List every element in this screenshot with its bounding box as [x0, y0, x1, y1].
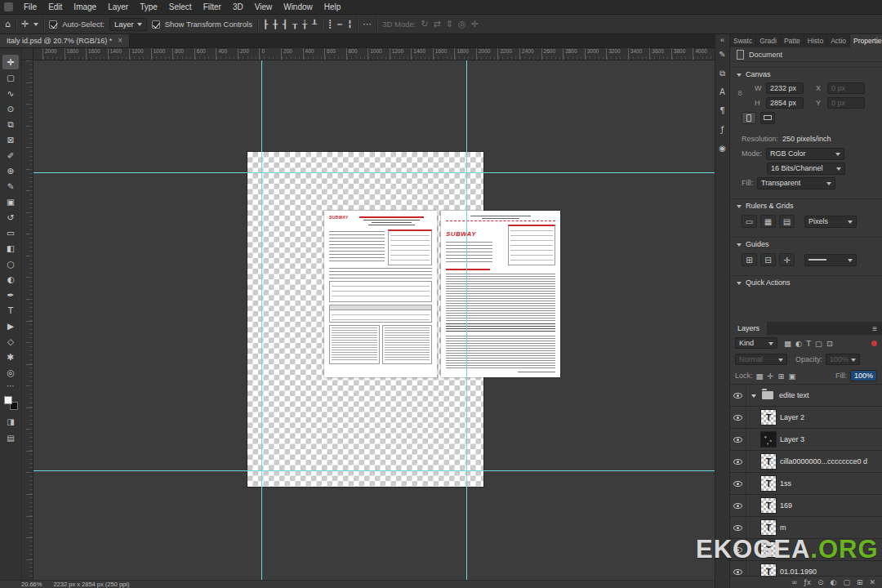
brush-settings-panel-icon[interactable]: ✎: [719, 51, 725, 59]
tab-gradients[interactable]: Gradi: [756, 34, 781, 47]
foreground-color-swatch[interactable]: [4, 396, 12, 404]
layer-thumbnail[interactable]: [761, 498, 776, 513]
ruler-corner[interactable]: [22, 48, 33, 60]
character-panel-icon[interactable]: A: [719, 88, 725, 96]
layer-thumbnail[interactable]: [762, 391, 773, 399]
link-layers-icon[interactable]: ∞: [791, 579, 798, 586]
align-bottom-icon[interactable]: ┸: [312, 20, 317, 29]
distribute-v-icon[interactable]: ┉: [337, 20, 342, 29]
filter-shape-icon[interactable]: ▢: [815, 339, 822, 348]
document-tab[interactable]: Italy id.psd @ 20.7% (RGB/16) * ×: [0, 34, 130, 47]
auto-select-checkbox[interactable]: [49, 20, 57, 29]
layers-tab[interactable]: Layers: [730, 322, 767, 335]
eraser-tool[interactable]: ▭: [2, 225, 19, 240]
layer-row[interactable]: Layer 3: [730, 429, 882, 451]
quick-selection-tool[interactable]: ⊙: [2, 101, 19, 116]
show-transform-checkbox[interactable]: [152, 20, 160, 29]
adjustment-layer-icon[interactable]: ◐: [831, 579, 837, 586]
bit-depth-dropdown[interactable]: 16 Bits/Channel: [767, 163, 845, 175]
guide-layout-icon[interactable]: ✛: [779, 253, 795, 266]
clone-stamp-tool[interactable]: ▣: [2, 194, 19, 209]
rulers-grids-header[interactable]: Rulers & Grids: [730, 199, 882, 212]
zoom-tool[interactable]: ◎: [2, 365, 19, 380]
opacity-dropdown[interactable]: 100%: [826, 354, 860, 365]
lock-all-icon[interactable]: ▣: [788, 372, 795, 381]
lock-transparency-icon[interactable]: ▦: [756, 372, 764, 381]
dodge-tool[interactable]: ◐: [2, 272, 19, 287]
lock-artboard-icon[interactable]: ⊞: [777, 372, 784, 381]
align-right-icon[interactable]: ┨: [283, 20, 287, 29]
layer-thumbnail[interactable]: [761, 476, 776, 491]
constrain-proportions-icon[interactable]: 8: [737, 89, 743, 110]
zoom-level[interactable]: 20.66%: [21, 581, 42, 588]
visibility-toggle[interactable]: [730, 451, 746, 472]
guide-vertical[interactable]: [466, 60, 467, 580]
paragraph-panel-icon[interactable]: ¶: [719, 107, 724, 115]
distribute-h-icon[interactable]: ┋: [327, 20, 332, 29]
fill-opacity-field[interactable]: 100%: [850, 370, 877, 381]
orientation-landscape-button[interactable]: [760, 112, 775, 124]
layer-effects-icon[interactable]: ƒx: [804, 579, 811, 586]
layer-thumbnail[interactable]: [761, 432, 776, 447]
snap-toggle-icon[interactable]: ▤: [779, 215, 795, 228]
filter-smart-object-icon[interactable]: ⊡: [826, 339, 833, 348]
orientation-portrait-button[interactable]: [742, 112, 756, 124]
gradient-tool[interactable]: ◧: [2, 241, 19, 256]
guide-horizontal[interactable]: [33, 172, 715, 173]
quick-mask-icon[interactable]: ◨: [7, 417, 14, 426]
filter-type-icon[interactable]: T: [806, 339, 811, 348]
info-panel-icon[interactable]: ◉: [719, 145, 726, 153]
quick-actions-header[interactable]: Quick Actions: [730, 276, 882, 289]
align-center-h-icon[interactable]: ╂: [273, 20, 278, 29]
new-layer-icon[interactable]: ⊞: [857, 579, 863, 586]
tab-swatches[interactable]: Swatc: [730, 34, 756, 47]
menu-item[interactable]: Edit: [42, 2, 68, 11]
y-field[interactable]: 0 px: [827, 97, 865, 109]
layer-row[interactable]: 1ss: [730, 473, 882, 495]
visibility-toggle[interactable]: [730, 385, 746, 406]
guide-horizontal[interactable]: [33, 470, 715, 471]
clone-source-panel-icon[interactable]: ⧉: [719, 69, 725, 78]
visibility-toggle[interactable]: [730, 495, 746, 516]
more-options-icon[interactable]: ⋯: [363, 20, 372, 29]
close-icon[interactable]: ×: [118, 37, 122, 45]
filter-switch-icon[interactable]: [871, 341, 877, 346]
menu-item[interactable]: View: [249, 2, 278, 11]
menu-item[interactable]: Select: [163, 2, 198, 11]
current-tool-icon[interactable]: ✛: [21, 20, 29, 29]
layer-row[interactable]: Layer 2: [730, 407, 882, 429]
menu-item[interactable]: Help: [318, 2, 347, 11]
path-selection-tool[interactable]: ▶: [2, 318, 19, 333]
frame-tool[interactable]: ⊠: [2, 132, 19, 147]
panel-menu-icon[interactable]: ≡: [872, 324, 882, 333]
units-dropdown[interactable]: Pixels: [804, 216, 857, 228]
horizontal-ruler[interactable]: 2000180016001400120010008006004002000200…: [33, 48, 715, 60]
align-center-v-icon[interactable]: ╁: [302, 20, 307, 29]
pen-tool[interactable]: ✒: [2, 287, 19, 302]
grid-toggle-icon[interactable]: ▦: [760, 215, 776, 228]
type-tool[interactable]: T: [2, 303, 19, 318]
tab-actions[interactable]: Actio: [827, 34, 850, 47]
color-mode-dropdown[interactable]: RGB Color: [766, 148, 844, 160]
delete-layer-icon[interactable]: ✕: [869, 579, 875, 586]
menu-item[interactable]: Filter: [198, 2, 227, 11]
menu-item[interactable]: File: [18, 2, 42, 11]
x-field[interactable]: 0 px: [827, 82, 865, 94]
lasso-tool[interactable]: ∿: [2, 86, 19, 100]
eyedropper-tool[interactable]: ✐: [2, 148, 19, 163]
layer-thumbnail[interactable]: [761, 454, 776, 469]
layer-row[interactable]: 169: [730, 495, 882, 517]
history-brush-tool[interactable]: ↺: [2, 210, 19, 225]
menu-item[interactable]: Image: [68, 2, 102, 11]
visibility-toggle[interactable]: [730, 407, 746, 428]
clear-guides-icon[interactable]: ⊟: [760, 253, 776, 266]
3d-zoom-icon[interactable]: ✛: [471, 20, 479, 29]
canvas-area[interactable]: SUBWAY: [33, 60, 715, 580]
tab-patterns[interactable]: Patte: [781, 34, 804, 47]
layer-row[interactable]: edite text: [730, 385, 882, 407]
menu-item[interactable]: Type: [134, 2, 163, 11]
height-field[interactable]: 2854 px: [766, 97, 804, 109]
auto-select-target-dropdown[interactable]: Layer: [109, 18, 147, 31]
edit-toolbar-icon[interactable]: ⋯: [7, 381, 15, 390]
tab-properties[interactable]: Properties: [850, 34, 882, 47]
